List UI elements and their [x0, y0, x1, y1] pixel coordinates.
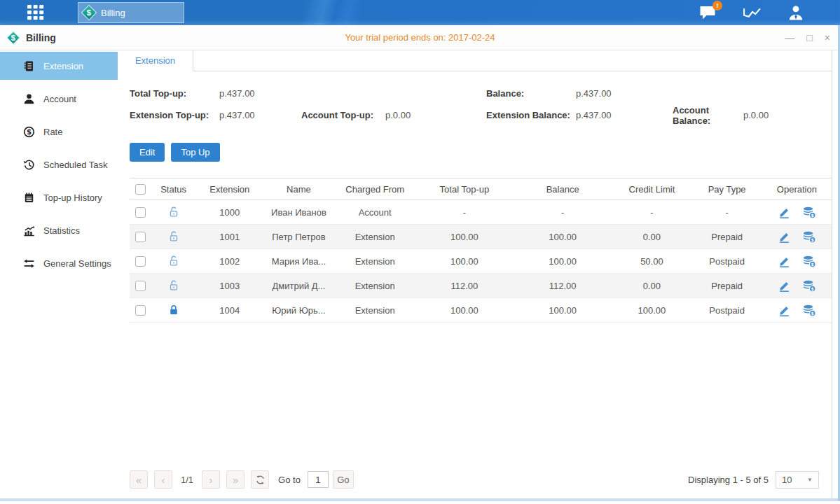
- select-all-checkbox[interactable]: [135, 184, 146, 195]
- last-page-button[interactable]: »: [226, 470, 245, 489]
- sidebar-item-label: Statistics: [43, 225, 80, 236]
- sidebar-item-statistics[interactable]: Statistics: [0, 216, 118, 244]
- user-account-icon[interactable]: [787, 4, 806, 21]
- general-settings-icon: [23, 258, 35, 270]
- extension-topup-label: Extension Top-up:: [130, 110, 219, 120]
- col-extension: Extension: [196, 178, 263, 200]
- cell-name: Юрий Юрь...: [263, 298, 334, 323]
- sidebar-item-top-up-history[interactable]: Top-up History: [0, 183, 118, 211]
- table-row: 1003Дмитрий Д...Extension112.00112.000.0…: [130, 274, 832, 298]
- balance-value: p.437.00: [576, 88, 612, 99]
- action-buttons: Edit Top Up: [130, 143, 832, 162]
- svg-text:$: $: [811, 237, 814, 241]
- maximize-icon[interactable]: □: [806, 33, 812, 43]
- account-topup-value: p.0.00: [385, 110, 411, 120]
- lock-open-icon: [167, 279, 180, 292]
- first-page-button[interactable]: «: [130, 470, 148, 489]
- edit-icon[interactable]: [778, 279, 791, 293]
- page-size-select[interactable]: 10 ▼: [776, 471, 819, 489]
- sidebar-item-general-settings[interactable]: General Settings: [0, 249, 118, 277]
- cell-balance: 100.00: [514, 298, 612, 323]
- cell-balance: -: [514, 200, 612, 225]
- topbar-right-icons: !: [698, 0, 806, 25]
- topup-coins-icon[interactable]: $: [802, 304, 815, 317]
- topup-coins-icon[interactable]: $: [802, 206, 815, 219]
- cell-name: Дмитрий Д...: [263, 274, 334, 298]
- rate-icon: $: [23, 126, 35, 138]
- sidebar-item-extension[interactable]: Extension: [0, 52, 118, 80]
- account-topup-label: Account Top-up:: [301, 110, 385, 120]
- taskbar-tab-label: Billing: [101, 8, 125, 18]
- tab-extension[interactable]: Extension: [118, 50, 193, 71]
- go-button[interactable]: Go: [333, 470, 354, 489]
- topup-coins-icon[interactable]: $: [802, 255, 815, 268]
- cell-pay-type: Prepaid: [692, 225, 762, 249]
- topup-coins-icon[interactable]: $: [802, 230, 815, 244]
- cell-extension: 1001: [196, 225, 263, 249]
- extensions-table: Status Extension Name Charged From Total…: [130, 178, 832, 323]
- row-checkbox[interactable]: [135, 305, 146, 316]
- close-icon[interactable]: ×: [825, 33, 830, 43]
- row-checkbox[interactable]: [135, 207, 146, 218]
- lock-closed-icon: [167, 304, 180, 316]
- col-operation: Operation: [762, 178, 832, 200]
- cell-credit-limit: -: [612, 200, 691, 225]
- os-topbar: $ Billing !: [0, 0, 840, 25]
- top-up-button[interactable]: Top Up: [171, 143, 219, 162]
- app-launcher-grid-icon[interactable]: [25, 5, 47, 20]
- cell-charged-from: Extension: [335, 298, 415, 323]
- billing-app-icon: $: [6, 31, 20, 45]
- main-content: Extension Total Top-up: p.437.00 Extensi…: [118, 50, 832, 498]
- app-screen: $ Billing ! $ Billing: [0, 0, 840, 504]
- sidebar-item-rate[interactable]: $Rate: [0, 118, 118, 146]
- topup-coins-icon[interactable]: $: [802, 279, 815, 293]
- trial-notice: Your trial period ends on: 2017-02-24: [0, 32, 840, 43]
- minimize-icon[interactable]: —: [785, 33, 794, 43]
- sidebar-item-scheduled-task[interactable]: Scheduled Task: [0, 150, 118, 178]
- sidebar-item-account[interactable]: Account: [0, 85, 118, 113]
- col-balance: Balance: [514, 178, 612, 200]
- edit-icon[interactable]: [778, 255, 791, 268]
- cell-charged-from: Account: [335, 200, 415, 225]
- cell-total-topup: 100.00: [415, 249, 514, 274]
- edit-icon[interactable]: [778, 206, 791, 219]
- notification-badge: !: [712, 1, 722, 10]
- row-checkbox[interactable]: [135, 256, 146, 267]
- extension-balance-value: p.437.00: [576, 110, 673, 120]
- refresh-button[interactable]: [251, 470, 269, 489]
- col-name: Name: [263, 178, 334, 200]
- svg-text:$: $: [811, 212, 814, 217]
- sidebar-item-label: Extension: [43, 61, 83, 71]
- next-page-button[interactable]: ›: [202, 470, 220, 489]
- extension-icon: [23, 60, 35, 72]
- sidebar-item-label: Rate: [43, 127, 62, 137]
- edit-icon[interactable]: [778, 304, 791, 317]
- row-checkbox[interactable]: [135, 232, 146, 242]
- table-row: 1001Петр ПетровExtension100.00100.000.00…: [130, 225, 832, 249]
- col-credit-limit: Credit Limit: [612, 178, 691, 200]
- cell-balance: 100.00: [514, 249, 612, 274]
- reports-chart-icon[interactable]: [743, 4, 762, 21]
- extension-topup-value: p.437.00: [219, 110, 301, 120]
- content-spacer: [118, 323, 832, 470]
- messages-icon[interactable]: !: [698, 4, 717, 21]
- scheduled-task-icon: [23, 159, 35, 171]
- topup-history-icon: [23, 192, 35, 204]
- col-pay-type: Pay Type: [692, 178, 762, 200]
- svg-text:$: $: [811, 261, 814, 266]
- row-checkbox[interactable]: [135, 281, 146, 291]
- cell-charged-from: Extension: [335, 225, 415, 249]
- table-header-row: Status Extension Name Charged From Total…: [130, 178, 832, 200]
- cell-extension: 1003: [196, 274, 263, 298]
- edit-icon[interactable]: [778, 230, 791, 244]
- taskbar-tab-billing[interactable]: $ Billing: [78, 2, 184, 23]
- col-status: Status: [151, 178, 196, 200]
- tab-strip: Extension: [118, 50, 832, 71]
- prev-page-button[interactable]: ‹: [154, 470, 172, 489]
- window-title: Billing: [26, 32, 56, 43]
- sidebar-item-label: Top-up History: [43, 192, 102, 203]
- cell-total-topup: -: [415, 200, 514, 225]
- extension-balance-label: Extension Balance:: [486, 110, 576, 120]
- goto-page-input[interactable]: [308, 471, 329, 488]
- edit-button[interactable]: Edit: [130, 143, 165, 162]
